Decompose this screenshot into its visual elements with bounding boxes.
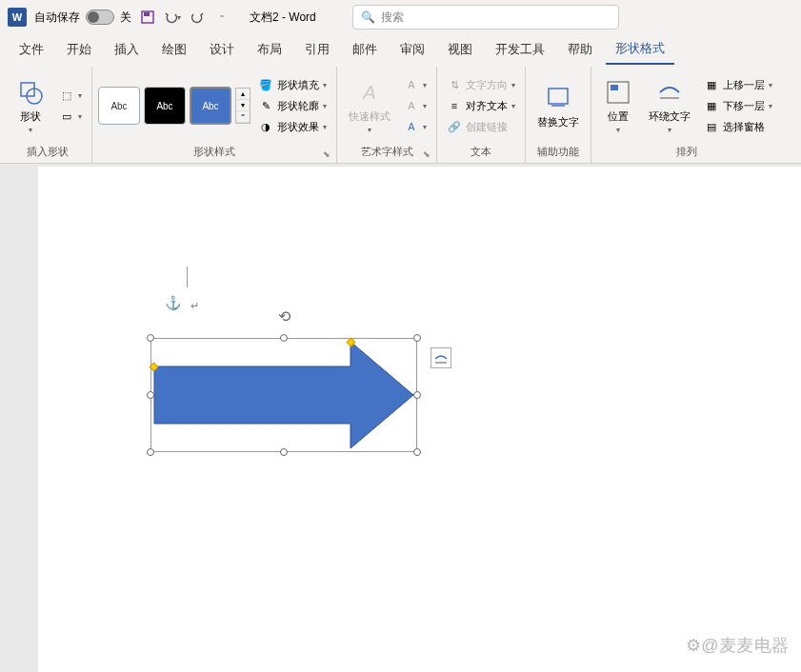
- tab-file[interactable]: 文件: [10, 35, 53, 64]
- dialog-launcher-icon[interactable]: ⬊: [423, 149, 431, 159]
- dialog-launcher-icon[interactable]: ⬊: [323, 149, 330, 159]
- undo-button[interactable]: ▾: [164, 9, 181, 26]
- document-title: 文档2 - Word: [250, 10, 316, 26]
- textbox-button[interactable]: ▭▾: [55, 107, 86, 126]
- group-label: 排列: [597, 143, 776, 161]
- svg-rect-1: [144, 12, 150, 16]
- style-preset-1[interactable]: Abc: [98, 87, 140, 125]
- text-effects-button[interactable]: A▾: [400, 117, 431, 136]
- group-wordart: A 快速样式 ▾ A▾ A▾ A▾ 艺术字样式⬊: [337, 67, 437, 163]
- titlebar: W 自动保存 关 ▾ ⁼ 文档2 - Word 🔍 搜索: [0, 0, 801, 34]
- search-placeholder: 搜索: [381, 10, 404, 26]
- text-fill-icon: A: [404, 77, 419, 92]
- tab-view[interactable]: 视图: [438, 35, 482, 64]
- fill-icon: 🪣: [258, 77, 273, 92]
- group-arrange: 位置 ▾ 环绕文字 ▾ ▦上移一层▾ ▦下移一层▾ ▤选择窗格 排列: [591, 67, 782, 163]
- forward-icon: ▦: [704, 77, 719, 92]
- svg-marker-9: [154, 342, 413, 448]
- resize-handle-ne[interactable]: [413, 334, 421, 342]
- position-label: 位置: [608, 109, 629, 124]
- tab-draw[interactable]: 绘图: [152, 35, 196, 64]
- effects-icon: ◑: [258, 119, 273, 134]
- chevron-down-icon: ▾: [29, 126, 32, 134]
- bring-forward-button[interactable]: ▦上移一层▾: [700, 75, 776, 94]
- edit-shape-icon: ⬚: [59, 88, 74, 103]
- text-cursor: [187, 267, 188, 287]
- quick-styles-button[interactable]: A 快速样式 ▾: [343, 73, 396, 138]
- shape-fill-button[interactable]: 🪣形状填充▾: [254, 75, 330, 94]
- style-gallery[interactable]: Abc Abc Abc ▴ ▾ ⁼: [98, 87, 250, 125]
- gallery-down-icon[interactable]: ▾: [236, 100, 250, 111]
- resize-handle-nw[interactable]: [147, 334, 154, 342]
- search-icon: 🔍: [361, 10, 375, 24]
- qat-customize[interactable]: ⁼: [213, 9, 230, 26]
- gallery-spinner[interactable]: ▴ ▾ ⁼: [235, 88, 250, 124]
- resize-handle-n[interactable]: [280, 334, 288, 342]
- group-shape-styles: Abc Abc Abc ▴ ▾ ⁼ 🪣形状填充▾ ✎形状轮廓▾ ◑形状效果▾ 形…: [92, 67, 337, 163]
- ribbon: 形状 ▾ ⬚▾ ▭▾ 插入形状 Abc Abc Abc ▴ ▾ ⁼: [0, 65, 801, 164]
- autosave-label: 自动保存: [34, 10, 80, 26]
- text-effects-icon: A: [404, 119, 419, 134]
- shape-outline-button[interactable]: ✎形状轮廓▾: [254, 96, 330, 115]
- style-preset-2[interactable]: Abc: [144, 87, 186, 125]
- textbox-icon: ▭: [59, 109, 74, 124]
- create-link-button[interactable]: 🔗创建链接: [443, 117, 519, 136]
- tab-references[interactable]: 引用: [295, 35, 339, 64]
- watermark: ⚙@麦麦电器: [686, 634, 790, 657]
- wordart-icon: A: [354, 77, 385, 108]
- wrap-text-button[interactable]: 环绕文字 ▾: [643, 73, 696, 138]
- shape-effects-button[interactable]: ◑形状效果▾: [254, 117, 330, 136]
- style-preset-3[interactable]: Abc: [190, 87, 231, 125]
- tab-review[interactable]: 审阅: [390, 35, 434, 64]
- resize-handle-w[interactable]: [147, 391, 154, 399]
- resize-handle-s[interactable]: [280, 448, 288, 456]
- backward-icon: ▦: [704, 98, 719, 113]
- text-direction-icon: ⇅: [447, 77, 462, 92]
- edit-shape-button[interactable]: ⬚▾: [55, 86, 86, 105]
- group-label: 辅助功能: [531, 143, 585, 161]
- shapes-button[interactable]: 形状 ▾: [10, 73, 51, 138]
- tab-home[interactable]: 开始: [57, 35, 101, 64]
- resize-handle-sw[interactable]: [147, 448, 154, 456]
- tab-help[interactable]: 帮助: [558, 35, 602, 64]
- pane-icon: ▤: [704, 119, 719, 134]
- gallery-more-icon[interactable]: ⁼: [236, 111, 250, 123]
- svg-rect-7: [611, 85, 618, 90]
- send-backward-button[interactable]: ▦下移一层▾: [700, 96, 776, 115]
- gallery-up-icon[interactable]: ▴: [236, 89, 250, 100]
- tab-mail[interactable]: 邮件: [343, 35, 387, 64]
- align-text-button[interactable]: ≡对齐文本▾: [443, 96, 519, 115]
- tab-developer[interactable]: 开发工具: [486, 35, 554, 64]
- tab-design[interactable]: 设计: [200, 35, 244, 64]
- shapes-icon: [15, 77, 46, 108]
- redo-button[interactable]: [189, 9, 206, 26]
- resize-handle-se[interactable]: [413, 448, 421, 456]
- paragraph-mark-icon: ↵: [190, 300, 199, 312]
- document-canvas[interactable]: ⚓ ↵ ⟲: [38, 167, 801, 672]
- tab-shape-format[interactable]: 形状格式: [606, 34, 674, 65]
- link-icon: 🔗: [447, 119, 462, 134]
- alt-text-button[interactable]: 替换文字: [531, 79, 585, 133]
- search-input[interactable]: 🔍 搜索: [352, 5, 619, 30]
- resize-handle-e[interactable]: [413, 391, 421, 399]
- position-button[interactable]: 位置 ▾: [597, 73, 639, 138]
- text-outline-icon: A: [404, 98, 419, 113]
- arrow-shape[interactable]: [150, 338, 417, 452]
- save-button[interactable]: [139, 9, 156, 26]
- selected-shape[interactable]: ⟲: [150, 338, 417, 452]
- selection-pane-button[interactable]: ▤选择窗格: [700, 117, 776, 136]
- quick-access-toolbar: ▾ ⁼: [139, 9, 230, 26]
- shapes-label: 形状: [20, 109, 41, 124]
- tab-layout[interactable]: 布局: [248, 35, 291, 64]
- text-fill-button[interactable]: A▾: [400, 75, 431, 94]
- anchor-icon[interactable]: ⚓: [165, 295, 181, 310]
- tab-insert[interactable]: 插入: [105, 35, 149, 64]
- autosave-toggle[interactable]: 自动保存 关: [34, 10, 131, 26]
- layout-options-button[interactable]: [431, 347, 451, 368]
- rotate-handle-icon[interactable]: ⟲: [278, 307, 290, 326]
- quick-styles-label: 快速样式: [349, 109, 390, 124]
- text-outline-button[interactable]: A▾: [400, 96, 431, 115]
- text-direction-button[interactable]: ⇅文字方向▾: [443, 75, 519, 94]
- group-text: ⇅文字方向▾ ≡对齐文本▾ 🔗创建链接 文本: [437, 67, 526, 163]
- toggle-switch-icon[interactable]: [86, 10, 114, 25]
